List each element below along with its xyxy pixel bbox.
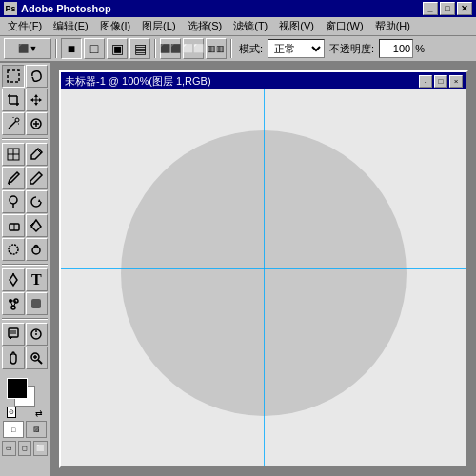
move-icon — [29, 92, 44, 108]
tool-history-brush[interactable] — [26, 190, 49, 213]
doc-minimize-btn[interactable]: - — [419, 75, 432, 88]
tool-text[interactable]: T — [26, 268, 49, 291]
healing-icon — [29, 116, 44, 131]
slice-icon — [6, 147, 21, 162]
zoom-icon — [29, 350, 44, 366]
path-select-icon — [6, 296, 21, 311]
mode-select[interactable]: 正常 溶解 正片叠底 — [268, 39, 325, 58]
document-canvas — [61, 89, 466, 466]
svg-point-17 — [10, 196, 17, 204]
brush-icon — [6, 170, 21, 186]
tool-preset-btn[interactable]: ⬛ ▼ — [4, 38, 51, 59]
tool-hand[interactable] — [2, 347, 25, 369]
separator-2 — [154, 39, 156, 58]
tool-shape[interactable] — [26, 292, 49, 315]
tool-row-11 — [2, 323, 48, 346]
tool-sep-3 — [2, 318, 48, 320]
crop-icon — [6, 92, 21, 108]
notes-icon — [6, 327, 21, 342]
opacity-input[interactable] — [379, 39, 413, 58]
tool-row-7 — [2, 214, 48, 237]
canvas-area: 未标器-1 @ 100%(图层 1,RGB) - □ × — [51, 63, 476, 476]
quick-mask-btn[interactable]: ▨ — [26, 421, 47, 438]
measure-icon — [29, 327, 44, 342]
normal-screen-btn[interactable]: ▭ — [2, 441, 16, 456]
tool-row-6 — [2, 190, 48, 213]
brush-style-3[interactable]: ▣ — [107, 38, 128, 59]
brush-style-4[interactable]: ▤ — [129, 38, 150, 59]
hand-icon — [6, 350, 21, 366]
tool-healing[interactable] — [26, 112, 49, 135]
tool-crop[interactable] — [2, 89, 25, 111]
tool-eraser[interactable] — [2, 214, 25, 237]
svg-point-7 — [15, 118, 19, 122]
doc-close-btn[interactable]: × — [449, 75, 463, 88]
full-screen-btn[interactable]: ⬜ — [33, 441, 48, 456]
tool-lasso[interactable] — [26, 65, 49, 88]
eraser-icon — [6, 218, 21, 233]
foreground-color[interactable] — [7, 378, 28, 399]
quick-mask-row: □ ▨ — [2, 421, 48, 438]
swap-colors-btn[interactable]: ⇄ — [35, 408, 43, 418]
close-button[interactable]: ✕ — [457, 2, 472, 15]
reset-colors-btn[interactable]: ⊙ — [7, 407, 16, 418]
options-bar: ⬛ ▼ ■ □ ▣ ▤ ⬛⬛ ⬜⬜ ▥▥ 模式: 正常 溶解 正片叠底 不透明度… — [0, 36, 476, 63]
tool-notes[interactable] — [2, 323, 25, 346]
tool-row-1 — [2, 65, 48, 88]
menu-filter[interactable]: 滤镜(T) — [228, 18, 273, 35]
extra-btn-2[interactable]: ⬜⬜ — [183, 38, 204, 59]
tool-marquee-rect[interactable] — [2, 65, 25, 88]
canvas-background — [61, 89, 466, 466]
history-brush-icon — [29, 194, 44, 209]
app-title-bar: Ps Adobe Photoshop _ □ ✕ — [0, 0, 476, 17]
brush-style-1[interactable]: ■ — [61, 38, 82, 59]
screen-mode-row: ▭ ◻ ⬜ — [2, 441, 48, 456]
tool-row-9: T — [2, 268, 48, 291]
tool-pen[interactable] — [2, 268, 25, 291]
menu-edit[interactable]: 编辑(E) — [48, 18, 94, 35]
tool-clone[interactable] — [2, 190, 25, 213]
tool-row-4 — [2, 143, 48, 166]
main-area: T — [0, 63, 476, 476]
menu-image[interactable]: 图像(I) — [94, 18, 136, 35]
svg-rect-0 — [8, 70, 19, 82]
menu-file[interactable]: 文件(F) — [2, 18, 48, 35]
svg-line-1 — [32, 77, 33, 79]
lasso-icon — [29, 69, 44, 84]
tool-brush[interactable] — [2, 167, 25, 189]
extra-btn-3[interactable]: ▥▥ — [206, 38, 227, 59]
document-window: 未标器-1 @ 100%(图层 1,RGB) - □ × — [59, 70, 468, 468]
menu-layer[interactable]: 图层(L) — [136, 18, 181, 35]
tool-eyedropper[interactable] — [26, 143, 49, 166]
full-screen-menu-btn[interactable]: ◻ — [18, 441, 32, 456]
toolbox: T — [0, 63, 51, 476]
tool-pencil[interactable] — [26, 167, 49, 189]
tool-magic-wand[interactable] — [2, 112, 25, 135]
tool-zoom[interactable] — [26, 347, 49, 369]
brush-style-2[interactable]: □ — [84, 38, 105, 59]
tool-path-select[interactable] — [2, 292, 25, 315]
minimize-button[interactable]: _ — [423, 2, 438, 15]
extra-btn-1[interactable]: ⬛⬛ — [160, 38, 181, 59]
tool-dodge[interactable] — [26, 238, 49, 261]
shape-icon — [29, 296, 44, 311]
maximize-button[interactable]: □ — [440, 2, 455, 15]
tool-measure[interactable] — [26, 323, 49, 346]
tool-move[interactable] — [26, 89, 49, 111]
standard-mode-btn[interactable]: □ — [3, 421, 24, 438]
menu-view[interactable]: 视图(V) — [273, 18, 320, 35]
text-icon: T — [31, 271, 42, 288]
menu-select[interactable]: 选择(S) — [182, 18, 228, 35]
separator-1 — [55, 39, 57, 58]
tool-fill[interactable] — [26, 214, 49, 237]
magic-wand-icon — [6, 116, 21, 131]
svg-point-36 — [35, 333, 37, 335]
menu-window[interactable]: 窗口(W) — [320, 18, 369, 35]
tool-slice[interactable] — [2, 143, 25, 166]
menu-help[interactable]: 帮助(H) — [369, 18, 416, 35]
tool-blur[interactable] — [2, 238, 25, 261]
tool-sep-2 — [2, 264, 48, 266]
doc-maximize-btn[interactable]: □ — [434, 75, 447, 88]
opacity-label: 不透明度: — [329, 42, 374, 56]
separator-3 — [230, 39, 232, 58]
